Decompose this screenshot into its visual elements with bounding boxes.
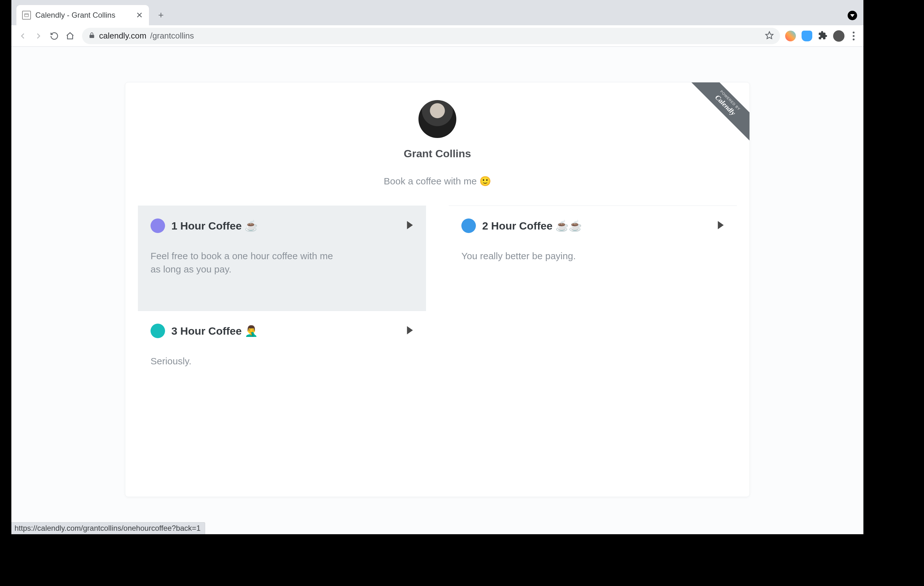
url-host: calendly.com — [99, 31, 147, 41]
url-path: /grantcollins — [150, 31, 194, 41]
event-title: 3 Hour Coffee 🤦‍♂️ — [172, 324, 400, 337]
back-button[interactable] — [16, 29, 30, 43]
lock-icon — [88, 32, 95, 40]
svg-rect-0 — [25, 13, 28, 17]
svg-marker-2 — [766, 31, 773, 38]
extension-icon[interactable] — [785, 31, 796, 41]
event-type-card[interactable]: 2 Hour Coffee ☕☕ You really better be pa… — [449, 205, 737, 311]
browser-tab[interactable]: Calendly - Grant Collins ✕ — [16, 5, 149, 25]
reload-button[interactable] — [47, 29, 61, 43]
extension-icon[interactable] — [802, 31, 812, 41]
host-name: Grant Collins — [125, 147, 749, 160]
event-color-dot — [150, 219, 165, 233]
extension-icons — [785, 30, 859, 42]
event-title: 2 Hour Coffee ☕☕ — [482, 219, 711, 232]
powered-by-ribbon[interactable]: POWERED BY Calendly — [688, 83, 749, 144]
host-bio: Book a coffee with me 🙂 — [125, 175, 749, 187]
browser-status-bar: https://calendly.com/grantcollins/onehou… — [12, 522, 205, 534]
tab-favicon — [22, 11, 31, 20]
svg-marker-3 — [407, 221, 413, 229]
chrome-menu-button[interactable] — [850, 31, 857, 40]
tab-close-button[interactable]: ✕ — [136, 12, 143, 19]
chevron-right-icon — [406, 326, 413, 336]
event-description: Seriously. — [150, 354, 340, 368]
chevron-right-icon — [717, 221, 724, 230]
tab-title: Calendly - Grant Collins — [35, 11, 136, 20]
event-type-card[interactable]: 1 Hour Coffee ☕ Feel free to book a one … — [138, 205, 426, 311]
profile-avatar-button[interactable] — [833, 30, 845, 42]
event-description: You really better be paying. — [461, 250, 651, 263]
event-title: 1 Hour Coffee ☕ — [172, 219, 400, 232]
chevron-right-icon — [406, 221, 413, 230]
event-description: Feel free to book a one hour coffee with… — [150, 250, 340, 276]
new-tab-button[interactable]: + — [153, 8, 168, 23]
event-color-dot — [461, 219, 476, 233]
booking-card: POWERED BY Calendly Grant Collins Book a… — [125, 82, 750, 497]
svg-marker-5 — [407, 326, 413, 334]
event-type-card[interactable]: 3 Hour Coffee 🤦‍♂️ Seriously. — [138, 311, 426, 402]
browser-tab-strip: Calendly - Grant Collins ✕ + — [12, 0, 863, 25]
host-avatar — [419, 100, 456, 138]
bookmark-star-icon[interactable] — [765, 31, 774, 41]
window-menu-icon[interactable] — [848, 11, 857, 20]
address-bar[interactable]: calendly.com/grantcollins — [82, 28, 780, 44]
event-color-dot — [150, 324, 165, 338]
forward-button[interactable] — [31, 29, 45, 43]
home-button[interactable] — [63, 29, 77, 43]
extensions-puzzle-icon[interactable] — [818, 31, 827, 41]
svg-marker-4 — [718, 221, 724, 229]
page-content: POWERED BY Calendly Grant Collins Book a… — [12, 47, 863, 534]
browser-toolbar: calendly.com/grantcollins — [12, 25, 863, 47]
